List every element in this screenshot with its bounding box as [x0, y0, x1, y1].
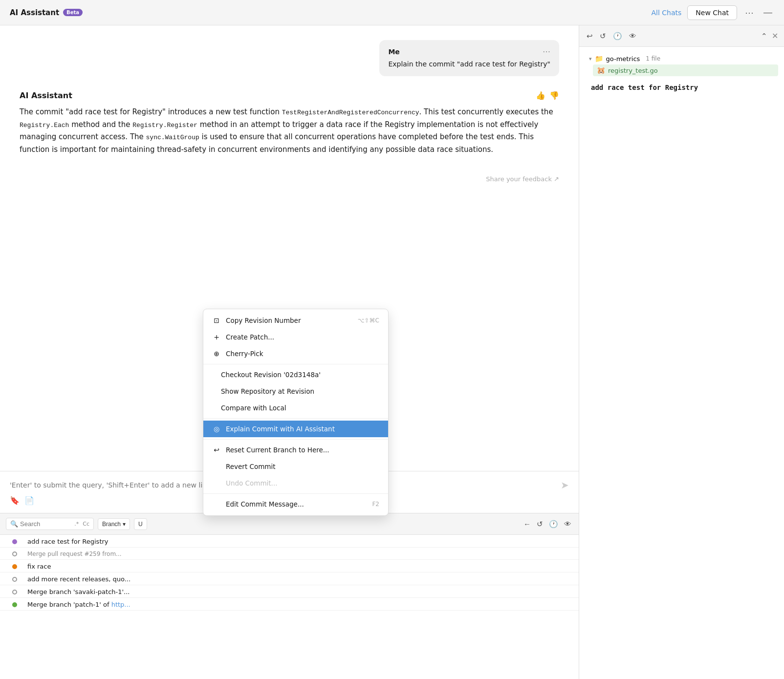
commit-row[interactable]: Merge pull request #259 from...	[0, 548, 579, 560]
folder-row: ▾ 📁 go-metrics 1 file	[585, 53, 778, 64]
minimize-button[interactable]: —	[762, 5, 774, 20]
vc-back-icon[interactable]: ←	[522, 518, 532, 530]
rp-back-icon[interactable]: ↩	[585, 30, 594, 42]
commit-subtitle: Merge pull request #259 from...	[27, 551, 122, 557]
ai-text-p1: The commit "add race test for Registry" …	[20, 107, 282, 116]
search-icon: 🔍	[10, 520, 18, 528]
menu-item-edit-message[interactable]: Edit Commit Message... F2	[203, 496, 388, 512]
context-menu: ⊡ Copy Revision Number ⌥⇧⌘C + Create Pat…	[203, 309, 389, 516]
menu-item-show-repo[interactable]: Show Repository at Revision	[203, 383, 388, 400]
app-title: AI Assistant	[10, 8, 59, 17]
menu-item-checkout[interactable]: Checkout Revision '02d3148a'	[203, 366, 388, 383]
menu-item-copy-revision[interactable]: ⊡ Copy Revision Number ⌥⇧⌘C	[203, 312, 388, 329]
vc-panel: 🔍 .* Cc Branch ▾ U ← ↺ 🕐 👁	[0, 513, 579, 679]
file-name: registry_test.go	[608, 67, 658, 74]
commit-row[interactable]: add race test for Registry	[0, 535, 579, 548]
search-input[interactable]	[20, 520, 72, 528]
vc-refresh-icon[interactable]: ↺	[535, 518, 544, 530]
ai-message-body: The commit "add race test for Registry" …	[20, 106, 559, 156]
regex-icon[interactable]: .*	[74, 521, 79, 527]
commit-title: fix race	[27, 563, 51, 570]
menu-divider	[203, 364, 388, 364]
reset-icon: ↩	[212, 446, 221, 454]
folder-chevron-icon: ▾	[589, 56, 592, 62]
rp-history-icon[interactable]: 🕐	[611, 30, 624, 42]
menu-item-cherry-pick[interactable]: ⊕ Cherry-Pick	[203, 345, 388, 362]
commit-dot	[12, 552, 17, 556]
right-panel-content: ▾ 📁 go-metrics 1 file 🐹 registry_test.go…	[579, 47, 784, 679]
menu-item-revert-commit[interactable]: Revert Commit	[203, 458, 388, 475]
beta-badge: Beta	[63, 9, 83, 16]
menu-label: Checkout Revision '02d3148a'	[221, 371, 321, 379]
commit-row[interactable]: add more recent releases, quo...	[0, 573, 579, 585]
folder-name: go-metrics	[606, 55, 640, 63]
commit-dot	[12, 577, 17, 582]
thumbs-up-button[interactable]: 👍	[536, 91, 545, 100]
ai-name: AI Assistant	[20, 91, 72, 100]
ai-code2: Registry.Each	[20, 122, 69, 129]
right-panel: ↩ ↺ 🕐 👁 ⌃ ✕ ▾ 📁 go-metrics 1 file 🐹 regi…	[579, 25, 784, 679]
document-icon[interactable]: 📄	[24, 496, 34, 505]
minimize-icon: —	[763, 7, 772, 18]
main-content: Me ⋯ Explain the commit "add race test f…	[0, 25, 784, 679]
case-icon[interactable]: Cc	[83, 521, 89, 527]
rp-close-button[interactable]: ✕	[772, 31, 778, 41]
commit-dot	[12, 590, 17, 594]
menu-label: Show Repository at Revision	[221, 387, 314, 395]
thumbs-down-button[interactable]: 👎	[549, 91, 559, 100]
user-bubble-header: Me ⋯	[388, 47, 550, 56]
vc-eye-icon[interactable]: 👁	[563, 518, 573, 530]
menu-item-reset-branch[interactable]: ↩ Reset Current Branch to Here...	[203, 442, 388, 458]
commit-title: add race test for Registry	[27, 538, 109, 545]
user-message-text: Explain the commit "add race test for Re…	[388, 59, 550, 69]
bookmark-icon[interactable]: 🔖	[10, 496, 20, 505]
ai-message-header: AI Assistant 👍 👎	[20, 91, 559, 100]
menu-item-create-patch[interactable]: + Create Patch...	[203, 329, 388, 345]
commit-info: Merge branch 'patch-1' of http...	[27, 601, 131, 608]
branch-button[interactable]: Branch ▾	[98, 518, 130, 530]
file-item[interactable]: 🐹 registry_test.go	[593, 64, 778, 76]
ai-text-p3: method and the	[69, 120, 132, 129]
ai-code3: Registry.Register	[132, 122, 197, 129]
rp-expand-icon[interactable]: ⌃	[760, 30, 769, 42]
diff-header: add race test for Registry	[591, 82, 772, 93]
menu-item-explain-commit[interactable]: ◎ Explain Commit with AI Assistant	[203, 421, 388, 437]
share-feedback-link[interactable]: Share your feedback ↗	[20, 170, 559, 192]
cherry-pick-icon: ⊕	[212, 350, 221, 358]
commit-dot-green	[12, 602, 17, 607]
patch-icon: +	[212, 333, 221, 341]
copy-icon: ⊡	[212, 317, 221, 324]
file-icon: 🐹	[597, 66, 605, 74]
commit-row[interactable]: Merge branch 'patch-1' of http...	[0, 598, 579, 611]
user-bubble: Me ⋯ Explain the commit "add race test f…	[379, 40, 559, 76]
commit-row[interactable]: fix race	[0, 560, 579, 573]
rp-eye-icon[interactable]: 👁	[628, 30, 638, 42]
commit-info: add more recent releases, quo...	[27, 575, 131, 583]
vc-toolbar: 🔍 .* Cc Branch ▾ U ← ↺ 🕐 👁	[0, 513, 579, 535]
new-chat-button[interactable]: New Chat	[687, 5, 737, 20]
commit-row[interactable]: Merge branch 'savaki-patch-1'...	[0, 585, 579, 598]
user-name: Me	[388, 48, 399, 56]
commit-list: add race test for Registry Merge pull re…	[0, 535, 579, 679]
bubble-menu-icon[interactable]: ⋯	[543, 47, 550, 56]
menu-divider-3	[203, 439, 388, 440]
vc-history-icon[interactable]: 🕐	[547, 518, 560, 530]
commit-info: fix race	[27, 563, 51, 570]
commit-title: add more recent releases, quo...	[27, 575, 131, 583]
all-chats-button[interactable]: All Chats	[651, 9, 681, 17]
commit-dot-purple	[12, 539, 17, 544]
menu-item-undo-commit: Undo Commit...	[203, 475, 388, 491]
send-button[interactable]: ➤	[561, 479, 569, 491]
ai-icon: ◎	[212, 425, 221, 433]
user-filter-button[interactable]: U	[134, 518, 147, 530]
menu-item-compare-local[interactable]: Compare with Local	[203, 400, 388, 416]
folder-icon: 📁	[595, 55, 603, 63]
menu-label: Explain Commit with AI Assistant	[226, 425, 335, 433]
ai-message: AI Assistant 👍 👎 The commit "add race te…	[20, 91, 559, 156]
more-options-button[interactable]: ⋯	[743, 5, 756, 20]
menu-label: Undo Commit...	[226, 479, 277, 487]
ai-text-p2: . This test concurrently executes the	[419, 107, 553, 116]
menu-label: Create Patch...	[226, 333, 274, 341]
rp-undo-icon[interactable]: ↺	[598, 30, 608, 42]
search-box: 🔍 .* Cc	[6, 518, 94, 530]
